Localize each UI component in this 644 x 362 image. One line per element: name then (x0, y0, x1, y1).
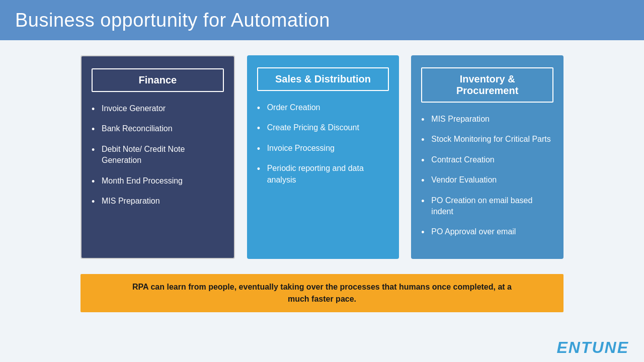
inventory-card: Inventory & Procurement MIS Preparation … (411, 55, 564, 259)
finance-card: Finance Invoice Generator Bank Reconcili… (80, 55, 235, 259)
inventory-card-title: Inventory & Procurement (456, 73, 518, 96)
cards-section: Finance Invoice Generator Bank Reconcili… (0, 40, 644, 269)
list-item: MIS Preparation (421, 114, 553, 125)
rpa-banner: RPA can learn from people, eventually ta… (80, 274, 564, 312)
list-item: PO Approval over email (421, 226, 553, 237)
footer: ENTUNE (556, 338, 629, 357)
page-header: Business opportunity for Automation (0, 0, 644, 40)
sales-card: Sales & Distribution Order Creation Crea… (247, 55, 399, 259)
list-item: Debit Note/ Credit Note Generation (92, 144, 224, 166)
list-item: Periodic reporting and data analysis (257, 163, 389, 186)
list-item: MIS Preparation (92, 196, 224, 207)
list-item: Month End Processing (92, 175, 224, 187)
sales-card-header: Sales & Distribution (257, 67, 389, 91)
sales-card-title: Sales & Distribution (275, 73, 371, 84)
list-item: Vendor Evaluation (421, 174, 553, 186)
sales-items-list: Order Creation Create Pricing & Discount… (257, 102, 389, 186)
list-item: Contract Creation (421, 154, 553, 165)
entune-logo: ENTUNE (556, 338, 629, 357)
inventory-card-header: Inventory & Procurement (421, 67, 553, 103)
list-item: Stock Monitoring for Critical Parts (421, 134, 553, 145)
page-title: Business opportunity for Automation (15, 10, 330, 31)
list-item: Invoice Generator (92, 103, 224, 114)
inventory-items-list: MIS Preparation Stock Monitoring for Cri… (421, 114, 553, 238)
list-item: Bank Reconciliation (92, 123, 224, 134)
finance-card-title: Finance (139, 74, 177, 85)
list-item: Invoice Processing (257, 143, 389, 154)
list-item: PO Creation on email based indent (421, 195, 553, 218)
bottom-section: RPA can learn from people, eventually ta… (0, 269, 644, 312)
finance-card-header: Finance (92, 68, 224, 92)
list-item: Order Creation (257, 102, 389, 113)
list-item: Create Pricing & Discount (257, 122, 389, 133)
finance-items-list: Invoice Generator Bank Reconciliation De… (92, 103, 224, 207)
rpa-banner-text: RPA can learn from people, eventually ta… (91, 281, 553, 305)
